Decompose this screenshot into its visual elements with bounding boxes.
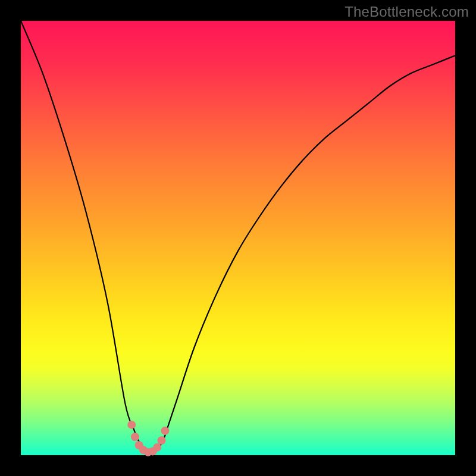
marker-cluster: [127, 421, 169, 456]
curve-path: [21, 21, 455, 453]
watermark-text: TheBottleneck.com: [345, 4, 469, 20]
chart-frame: TheBottleneck.com: [0, 0, 476, 476]
marker-point: [127, 421, 136, 429]
marker-point: [153, 443, 161, 452]
marker-point: [158, 436, 166, 444]
plot-area: [21, 21, 455, 455]
marker-point: [161, 427, 169, 435]
marker-point: [131, 433, 139, 441]
bottleneck-curve: [21, 21, 455, 455]
